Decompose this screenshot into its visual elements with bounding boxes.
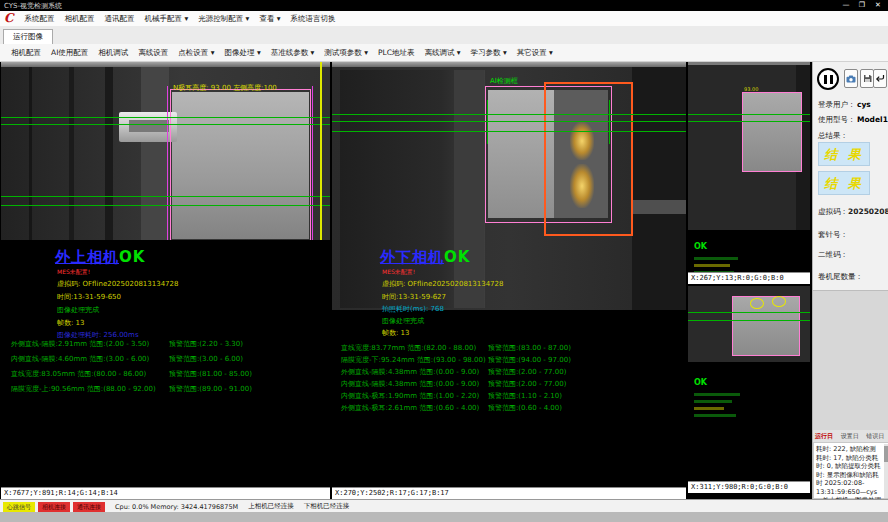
menu-item-system-config[interactable]: 系统配置: [20, 11, 60, 26]
menu-item-light-config[interactable]: 光源控制配置 ▾: [193, 11, 254, 26]
toolbar-camera-debug[interactable]: 相机调试: [93, 44, 133, 61]
menu-bar: C 系统配置 相机配置 通讯配置 机械手配置 ▾ 光源控制配置 ▾ 查看 ▾ 系…: [0, 11, 888, 27]
ok-status: OK: [444, 248, 470, 266]
app-title: CYS-视觉检测系统: [4, 1, 62, 11]
ok-status: OK: [119, 248, 145, 266]
measure-line-vertical: [609, 100, 610, 144]
pixel-coords-preview-top: X:267;Y:13;R:0;G:0;B:0: [688, 272, 810, 284]
camera-name: 外上相机: [55, 248, 119, 266]
model-label: 使用型号：: [818, 115, 856, 125]
toolbar-offline-setting[interactable]: 离线设置: [133, 44, 173, 61]
maximize-button[interactable]: ❐: [854, 0, 870, 11]
faint-text-line: [694, 393, 740, 396]
save-image-button[interactable]: [860, 69, 874, 88]
lower-camera-status: 下相机已经连接: [304, 502, 350, 511]
return-button[interactable]: [873, 69, 887, 88]
frame-count-line: 帧数: 13: [57, 318, 85, 328]
toolbar-baseline-params[interactable]: 基准线参数 ▾: [266, 44, 320, 61]
measure-line: [1, 124, 330, 125]
measure-line: [688, 114, 810, 115]
measure-line: [332, 131, 686, 132]
camera-icon: [846, 75, 856, 83]
product-block: [732, 296, 800, 356]
toolbar-offline-debug[interactable]: 离线调试 ▾: [419, 44, 465, 61]
log-tab-run[interactable]: 运行日志: [814, 430, 839, 442]
log-scrollbar[interactable]: [884, 444, 888, 498]
virtual-code-label: 虚拟码：: [818, 207, 848, 216]
pixel-coords-preview-bottom: X:311;Y:980;R:0;G:0;B:0: [688, 481, 810, 493]
warning-range: 预警范围:(0.60 - 4.00): [488, 403, 562, 413]
snapshot-button[interactable]: [844, 69, 858, 88]
ok-status: OK: [694, 378, 707, 387]
measurement-row: 直线宽度:83.05mm 范围:(80.00 - 86.00): [11, 369, 146, 379]
result-box-1: 结 果: [818, 142, 870, 166]
faint-text-line: [694, 264, 730, 267]
barcode-line: 虚拟码: OFfline2025020813134728: [57, 279, 178, 289]
login-user-value: cys: [857, 100, 871, 109]
measurement-row: 外侧直线-隔膜:2.91mm 范围:(2.00 - 3.50): [11, 339, 149, 349]
measurement-row: 外侧直线-隔膜:4.38mm 范围:(0.00 - 9.00): [341, 367, 479, 377]
warning-range: 预警范围:(83.00 - 87.00): [488, 343, 571, 353]
log-tab-setting[interactable]: 设置日志: [840, 430, 865, 442]
faint-text-line: [694, 400, 732, 403]
camera-view-lower-outer[interactable]: AI检测框 外下相机OK MES未配置! 虚拟码: OFfline2025020…: [332, 62, 686, 487]
toolbar-spotcheck-setting[interactable]: 点检设置 ▾: [173, 44, 219, 61]
needle-number-label: 套针号：: [818, 230, 848, 240]
measurement-row: 直线宽度:83.77mm 范围:(82.00 - 88.00): [341, 343, 476, 353]
camera-preview-top[interactable]: 93.00 OK: [688, 62, 810, 272]
warning-range: 预警范围:(81.00 - 85.00): [169, 369, 252, 379]
scrollbar-thumb[interactable]: [884, 446, 888, 462]
toolbar-image-process[interactable]: 图像处理 ▾: [220, 44, 266, 61]
process-done-line: 图像处理完成: [57, 305, 99, 315]
gripper-slot: [129, 120, 169, 132]
app-logo-icon: C: [4, 12, 14, 25]
preview-result-block: OK: [694, 234, 738, 274]
warning-range: 预警范围:(2.20 - 3.30): [169, 339, 243, 349]
measurement-row: 内侧直线-隔膜:4.60mm 范围:(3.00 - 6.00): [11, 354, 149, 364]
menu-item-view[interactable]: 查看 ▾: [254, 11, 285, 26]
roi-rectangle-pink: [170, 89, 311, 240]
defect-marker-circle: [772, 296, 786, 307]
camera-connect-badge: 相机连接: [38, 502, 70, 512]
preview-image: 93.00: [688, 62, 810, 230]
warning-range: 预警范围:(3.00 - 6.00): [169, 354, 243, 364]
menu-item-comm-config[interactable]: 通讯配置: [100, 11, 140, 26]
defect-marker-circle: [750, 298, 764, 309]
measure-line: [688, 312, 810, 313]
measure-line: [1, 196, 330, 197]
right-sidebar: 登录用户： cys 使用型号： Model1 总结果： 结 果 结 果 虚拟码：…: [812, 62, 888, 499]
menu-item-camera-config[interactable]: 相机配置: [60, 11, 100, 26]
window-bottom-edge: [0, 512, 888, 522]
measure-line: [332, 114, 686, 115]
camera-result-title: 外上相机OK: [55, 248, 145, 267]
time-line: 时间:13-31-59-650: [57, 292, 121, 302]
warning-range: 预警范围:(2.00 - 77.00): [488, 379, 566, 389]
toolbar-camera-config[interactable]: 相机配置: [6, 44, 46, 61]
close-button[interactable]: ✕: [870, 0, 886, 11]
time-line: 时间:13-31-59-627: [382, 292, 446, 302]
tab-strip: 运行图像: [0, 26, 888, 45]
tab-run-image[interactable]: 运行图像: [3, 29, 53, 45]
toolbar-test-params[interactable]: 测试项参数 ▾: [319, 44, 373, 61]
camera-preview-bottom[interactable]: OK: [688, 286, 810, 481]
window-controls: — ❐ ✕: [838, 0, 886, 11]
log-tab-error[interactable]: 错误日志: [865, 430, 888, 442]
heartbeat-badge: 心跳信号: [3, 502, 35, 512]
preview-result-block: OK: [694, 370, 740, 417]
toolbar-ai-config[interactable]: AI使用配置: [46, 44, 93, 61]
menu-item-language[interactable]: 系统语言切换: [286, 11, 341, 26]
toolbar-other-setting[interactable]: 其它设置 ▾: [512, 44, 558, 61]
menu-item-robot-config[interactable]: 机械手配置 ▾: [140, 11, 194, 26]
machine-edge: [29, 67, 32, 240]
toolbar-learn-params[interactable]: 学习参数 ▾: [466, 44, 512, 61]
toolbar-plc-address[interactable]: PLC地址表: [373, 44, 419, 61]
camera-view-upper-outer[interactable]: N极耳高度: 93.00 左侧高度:100 外上相机OK MES未配置! 虚拟码…: [1, 62, 330, 487]
machine-column: [454, 70, 484, 308]
roi-line-magenta: [312, 86, 313, 240]
warning-range: 预警范围:(2.00 - 77.00): [488, 367, 566, 377]
minimize-button[interactable]: —: [838, 0, 854, 11]
pause-button[interactable]: [817, 68, 839, 90]
ai-detect-label: AI检测框: [490, 76, 518, 86]
machine-right-frame: [632, 67, 686, 310]
machine-bar: [632, 200, 686, 214]
